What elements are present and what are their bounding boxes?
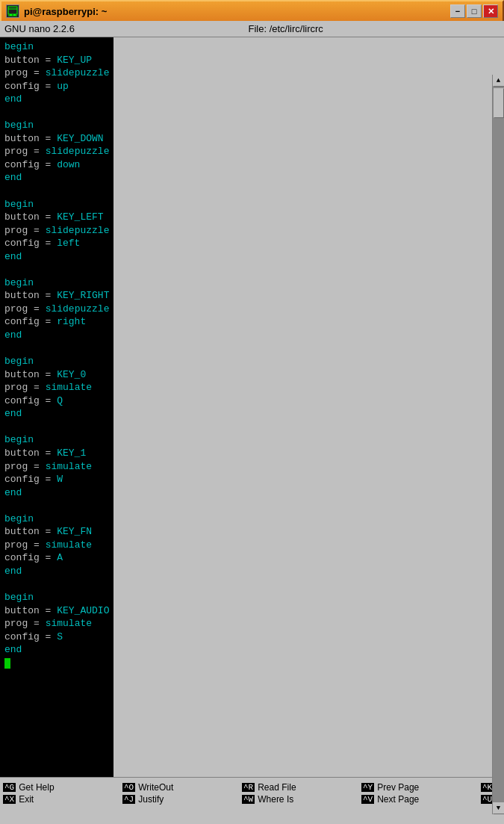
cursor: [4, 658, 10, 669]
menu-label: Exit: [19, 794, 34, 805]
scroll-down-arrow[interactable]: ▼: [493, 802, 505, 814]
code-line: button = KEY_DOWN: [4, 132, 109, 146]
code-line: begin: [4, 198, 109, 211]
code-line: config = right: [4, 315, 109, 329]
terminal[interactable]: begin button = KEY_UP prog = slidepuzzle…: [0, 37, 113, 777]
code-line: button = KEY_1: [4, 447, 109, 460]
menu-shortcut: ^J: [122, 795, 135, 804]
code-line: begin: [4, 433, 109, 447]
code-line: begin: [4, 40, 109, 54]
title-bar: pi@raspberrypi: ~ − □ ✕: [0, 0, 504, 21]
menu-item[interactable]: ^XExit: [3, 794, 122, 805]
menu-shortcut: ^V: [361, 795, 374, 804]
menu-item[interactable]: ^WWhere Is: [242, 794, 361, 805]
code-line: end: [4, 407, 109, 421]
scroll-track[interactable]: [493, 87, 504, 802]
svg-rect-0: [8, 7, 17, 14]
code-line: prog = simulate: [4, 460, 109, 474]
nano-file: File: /etc/lirc/lircrc: [248, 23, 323, 34]
code-line: end: [4, 565, 109, 578]
menu-shortcut: ^W: [242, 795, 255, 804]
menu-shortcut: ^O: [122, 783, 135, 792]
scroll-thumb[interactable]: [494, 88, 504, 118]
code-line: [4, 263, 109, 276]
menu-item[interactable]: ^YPrev Page: [361, 782, 481, 793]
code-line: button = KEY_0: [4, 368, 109, 382]
code-line: [4, 106, 109, 120]
code-line: prog = simulate: [4, 381, 109, 394]
code-line: begin: [4, 119, 109, 132]
code-line: button = KEY_UP: [4, 54, 109, 67]
code-line: end: [4, 93, 109, 106]
code-line: end: [4, 250, 109, 264]
code-line: begin: [4, 355, 109, 368]
code-line: prog = simulate: [4, 539, 109, 552]
code-line: begin: [4, 512, 109, 526]
code-line: config = Q: [4, 394, 109, 408]
terminal-wrapper: begin button = KEY_UP prog = slidepuzzle…: [0, 37, 504, 777]
code-line: config = S: [4, 631, 109, 644]
code-line: config = up: [4, 80, 109, 93]
menu-shortcut: ^X: [3, 795, 16, 804]
code-line: config = W: [4, 473, 109, 486]
title-bar-left: pi@raspberrypi: ~: [6, 4, 107, 18]
code-line: end: [4, 486, 109, 500]
title-buttons: − □ ✕: [450, 4, 498, 18]
code-line: prog = simulate: [4, 617, 109, 631]
close-button[interactable]: ✕: [483, 4, 498, 18]
nano-header: GNU nano 2.2.6 File: /etc/lirc/lircrc: [0, 21, 504, 37]
code-line: end: [4, 329, 109, 342]
code-line: prog = slidepuzzle: [4, 303, 109, 316]
menu-item[interactable]: ^JJustify: [122, 794, 242, 805]
menu-row-2: ^XExit^JJustify^WWhere Is^VNext Page^UUn…: [0, 793, 504, 805]
menu-item[interactable]: ^GGet Help: [3, 782, 122, 793]
cursor-line: [4, 657, 109, 670]
code-line: [4, 342, 109, 356]
code-line: prog = slidepuzzle: [4, 145, 109, 158]
code-line: begin: [4, 591, 109, 604]
code-line: config = down: [4, 158, 109, 172]
nano-header-right: [497, 23, 500, 34]
maximize-button[interactable]: □: [467, 4, 482, 18]
menu-label: Read File: [258, 782, 296, 793]
menu-row-1: ^GGet Help^OWriteOut^RRead File^YPrev Pa…: [0, 781, 504, 793]
menu-label: WriteOut: [138, 782, 173, 793]
code-line: begin: [4, 276, 109, 290]
code-line: [4, 421, 109, 434]
scrollbar[interactable]: ▲ ▼: [492, 75, 504, 814]
code-line: end: [4, 643, 109, 657]
menu-label: Justify: [138, 794, 164, 805]
menu-label: Where Is: [258, 794, 293, 805]
code-line: [4, 577, 109, 591]
code-line: button = KEY_LEFT: [4, 211, 109, 224]
bottom-menu: ^GGet Help^OWriteOut^RRead File^YPrev Pa…: [0, 777, 504, 809]
code-line: prog = slidepuzzle: [4, 66, 109, 80]
code-line: button = KEY_AUDIO: [4, 604, 109, 618]
menu-item[interactable]: ^VNext Page: [361, 794, 481, 805]
scroll-up-arrow[interactable]: ▲: [493, 75, 505, 87]
code-line: config = A: [4, 551, 109, 565]
nano-version: GNU nano 2.2.6: [4, 23, 75, 34]
code-line: config = left: [4, 237, 109, 250]
code-line: button = KEY_RIGHT: [4, 289, 109, 303]
code-line: end: [4, 171, 109, 185]
menu-item[interactable]: ^OWriteOut: [122, 782, 242, 793]
code-line: [4, 185, 109, 198]
window-title: pi@raspberrypi: ~: [24, 6, 107, 17]
app-icon: [6, 4, 19, 18]
menu-label: Prev Page: [377, 782, 419, 793]
menu-shortcut: ^Y: [361, 783, 374, 792]
menu-item[interactable]: ^RRead File: [242, 782, 361, 793]
minimize-button[interactable]: −: [450, 4, 465, 18]
menu-label: Get Help: [19, 782, 54, 793]
menu-shortcut: ^R: [242, 783, 255, 792]
menu-label: Next Page: [377, 794, 419, 805]
code-line: prog = slidepuzzle: [4, 224, 109, 238]
code-line: button = KEY_FN: [4, 525, 109, 539]
code-line: [4, 499, 109, 512]
menu-shortcut: ^G: [3, 783, 16, 792]
